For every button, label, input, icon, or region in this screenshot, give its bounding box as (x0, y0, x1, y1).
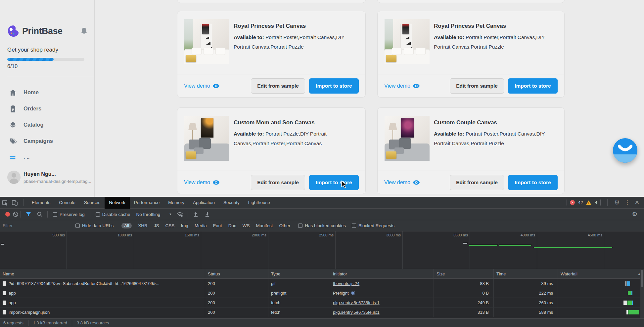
template-card: Royal Princess Pet Canvas Available to: … (377, 11, 565, 98)
edit-from-sample-button[interactable]: Edit from sample (450, 78, 504, 94)
disable-cache-checkbox[interactable]: Disable cache (96, 212, 130, 217)
record-network-log-button[interactable] (5, 212, 10, 217)
request-row[interactable]: app 200 preflight Preflight 0 B 222 ms (0, 288, 644, 298)
user-name: Huyen Ngu... (23, 171, 91, 177)
type-filter-ws[interactable]: WS (243, 223, 250, 228)
user-shop-domain: pbase-manual-design-temp.stag... (23, 179, 91, 184)
network-overview-timeline[interactable]: 500 ms 1000 ms 1500 ms 2000 ms 2500 ms 3… (0, 231, 644, 269)
tab-memory[interactable]: Memory (164, 197, 189, 209)
network-settings-gear-icon[interactable]: ⚙ (632, 211, 637, 218)
devtools-more-menu-icon[interactable]: ⋮ (624, 199, 630, 206)
inspect-element-icon[interactable] (2, 199, 8, 206)
devtools-close-icon[interactable]: ✕ (635, 199, 639, 206)
type-filter-js[interactable]: JS (154, 223, 159, 228)
scrollbar-thumb[interactable] (641, 270, 643, 287)
throttling-dropdown[interactable]: No throttling ▼ (136, 212, 172, 217)
type-filter-css[interactable]: CSS (165, 223, 175, 228)
view-demo-link[interactable]: View demo (184, 83, 219, 89)
request-initiator-link[interactable]: pkg.sentry.5e6735fe.js:1 (333, 310, 380, 315)
view-demo-link[interactable]: View demo (384, 180, 420, 185)
column-header-time[interactable]: Time (494, 269, 558, 278)
devtools-scrollbar[interactable] (640, 269, 644, 318)
request-type: fetch (268, 307, 330, 317)
availability-label: Available to: (234, 34, 264, 40)
tab-sources[interactable]: Sources (80, 197, 105, 209)
ruler-tick: 3500 ms (453, 233, 470, 237)
filter-funnel-icon[interactable] (25, 211, 31, 217)
column-header-waterfall[interactable]: Waterfall ▲ (558, 269, 644, 278)
template-title: Royal Princess Pet Canvas (234, 23, 359, 29)
request-row[interactable]: ?id=693701877904592&ev=SubscribedButtonC… (0, 279, 644, 288)
request-time: 588 ms (494, 307, 558, 317)
blocked-requests-checkbox[interactable]: Blocked Requests (352, 223, 394, 228)
export-har-icon[interactable] (205, 212, 210, 217)
type-filter-xhr[interactable]: XHR (138, 223, 148, 228)
card-partial (177, 0, 366, 3)
request-initiator-link[interactable]: fbevents.js:24 (333, 281, 359, 286)
requests-table-header: Name Status Type Initiator Size Time Wat… (0, 269, 644, 279)
sidebar-item-label: Catalog (23, 122, 44, 128)
clear-network-log-icon[interactable] (13, 211, 19, 217)
summary-requests: 6 requests (0, 320, 28, 326)
user-account[interactable]: Huyen Ngu... pbase-manual-design-temp.st… (7, 171, 92, 184)
column-header-status[interactable]: Status (205, 269, 268, 278)
column-header-name[interactable]: Name (0, 269, 205, 278)
import-har-icon[interactable] (193, 212, 199, 217)
sidebar-item-catalog[interactable]: Catalog (0, 117, 94, 133)
tab-application[interactable]: Application (189, 197, 219, 209)
column-header-initiator[interactable]: Initiator (330, 269, 434, 278)
edit-from-sample-button[interactable]: Edit from sample (251, 78, 305, 94)
filter-input[interactable] (3, 222, 72, 229)
type-filter-other[interactable]: Other (279, 223, 290, 228)
sidebar-item-more[interactable]: . .. (0, 149, 94, 165)
sidebar-item-orders[interactable]: Orders (0, 101, 94, 117)
tab-console[interactable]: Console (55, 197, 80, 209)
device-toolbar-icon[interactable] (12, 199, 18, 206)
has-blocked-cookies-checkbox[interactable]: Has blocked cookies (298, 223, 346, 228)
sidebar-item-label: Orders (23, 105, 41, 112)
type-filter-all[interactable]: All (121, 223, 132, 228)
template-title: Custom Couple Canvas (434, 119, 558, 126)
type-filter-doc[interactable]: Doc (228, 223, 236, 228)
sidebar-item-home[interactable]: Home (0, 84, 94, 101)
eye-icon (413, 84, 420, 88)
request-initiator-link[interactable]: pkg.sentry.5e6735fe.js:1 (333, 300, 380, 305)
import-to-store-button[interactable]: Import to store (508, 175, 558, 190)
checkbox-icon (352, 224, 356, 228)
ruler-tick: 1500 ms (185, 233, 201, 237)
search-icon[interactable] (37, 211, 43, 217)
edit-from-sample-button[interactable]: Edit from sample (450, 175, 504, 190)
type-filter-media[interactable]: Media (195, 223, 207, 228)
request-status: 200 (205, 307, 268, 317)
chat-widget-button[interactable] (613, 138, 637, 163)
request-row[interactable]: app 200 fetch pkg.sentry.5e6735fe.js:1 2… (0, 298, 644, 307)
preserve-log-checkbox[interactable]: Preserve log (53, 212, 85, 217)
sidebar-divider (7, 77, 94, 77)
hide-data-urls-checkbox[interactable]: Hide data URLs (75, 223, 114, 228)
sidebar-item-campaigns[interactable]: Campaigns (0, 133, 94, 149)
network-conditions-icon[interactable] (176, 211, 184, 218)
import-to-store-button[interactable]: Import to store (508, 78, 558, 94)
devtools-settings-gear-icon[interactable]: ⚙ (614, 199, 620, 206)
column-header-type[interactable]: Type (268, 269, 330, 278)
type-filter-manifest[interactable]: Manifest (256, 223, 273, 228)
tab-performance[interactable]: Performance (130, 197, 164, 209)
request-size: 313 B (434, 307, 494, 317)
import-to-store-button[interactable]: Import to store (309, 78, 359, 94)
tab-elements[interactable]: Elements (27, 197, 55, 209)
preflight-request-icon[interactable] (351, 291, 355, 295)
column-header-size[interactable]: Size (434, 269, 494, 278)
tab-security[interactable]: Security (219, 197, 244, 209)
summary-transferred: 1.3 kB transferred (28, 320, 72, 326)
type-filter-img[interactable]: Img (181, 223, 188, 228)
view-demo-link[interactable]: View demo (184, 180, 219, 185)
import-to-store-button[interactable]: Import to store (309, 175, 359, 190)
edit-from-sample-button[interactable]: Edit from sample (251, 175, 305, 190)
console-issues-badge[interactable]: ✕ 42 4 (567, 199, 601, 206)
tab-lighthouse[interactable]: Lighthouse (244, 197, 274, 209)
request-row[interactable]: import-campaign.json 200 fetch pkg.sentr… (0, 307, 644, 317)
notifications-bell-icon[interactable] (80, 27, 88, 35)
type-filter-font[interactable]: Font (213, 223, 222, 228)
tab-network[interactable]: Network (105, 197, 130, 209)
view-demo-link[interactable]: View demo (384, 83, 420, 89)
